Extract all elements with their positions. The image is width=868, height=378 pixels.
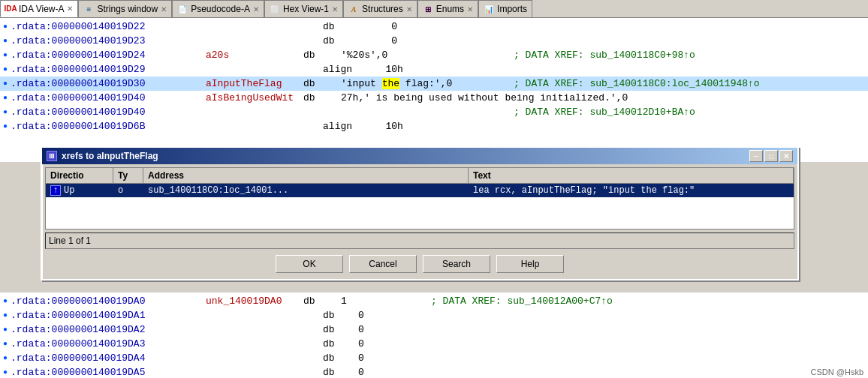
imports-tab-icon: 📊 [484, 4, 494, 14]
dot-b2: ● [3, 308, 8, 322]
dot-b3: ● [3, 322, 8, 337]
ida-line-8[interactable]: ● .rdata:0000000140019D6B align 10h [0, 119, 868, 134]
comment-5: ; DATA XREF: sub_1400118C0:loc_140011948… [514, 76, 760, 91]
tab-structures[interactable]: A Structures ✕ [343, 0, 417, 17]
instr-b3: db 0 [206, 322, 416, 337]
dot-b1: ● [3, 294, 8, 308]
addr-6: .rdata:0000000140019D40 [11, 91, 206, 105]
instr-8: align 10h [206, 119, 416, 134]
xrefs-dialog: ⊞ xrefs to aInputTheFlag ─ □ ✕ Directio … [41, 146, 799, 280]
instr-b4: db 0 [206, 337, 416, 351]
op-5: 'input the flag:',0 [341, 76, 514, 91]
tab-ida-view-a[interactable]: IDA IDA View-A ✕ [0, 0, 78, 17]
ida-line-7[interactable]: ● .rdata:0000000140019D40 ; DATA XREF: s… [0, 105, 868, 119]
ida-line-2[interactable]: ● .rdata:0000000140019D23 db 0 [0, 34, 868, 48]
tab-strings-window[interactable]: ≡ Strings window ✕ [78, 0, 172, 17]
dot-b5: ● [3, 351, 8, 365]
ida-line-6[interactable]: ● .rdata:0000000140019D40 aIsBeingUsedWi… [0, 91, 868, 105]
row-icon-box: ↑ [50, 185, 61, 196]
kw-b1: db [303, 294, 341, 308]
close-button[interactable]: ✕ [779, 150, 793, 162]
addr-b6: .rdata:0000000140019DA5 [11, 365, 206, 378]
instr-7 [206, 105, 514, 119]
maximize-button[interactable]: □ [764, 150, 778, 162]
comment-b1: ; DATA XREF: sub_140012A00+C7↑o [431, 294, 613, 308]
ida-line-5[interactable]: ● .rdata:0000000140019D30 aInputTheFlag … [0, 76, 868, 91]
addr-5: .rdata:0000000140019D30 [11, 76, 206, 91]
pseudo-tab-icon: 📄 [177, 4, 188, 14]
direction-label: Up [64, 185, 74, 196]
hex-tab-icon: ⬜ [270, 4, 280, 14]
tab-ida-close[interactable]: ✕ [67, 4, 73, 13]
kw-6: db [303, 91, 341, 105]
strings-tab-icon: ≡ [83, 4, 94, 14]
tab-enums-close[interactable]: ✕ [467, 5, 473, 14]
dot-6: ● [3, 91, 8, 105]
status-text: Line 1 of 1 [49, 236, 91, 246]
tab-hex-close[interactable]: ✕ [332, 5, 338, 14]
addr-b2: .rdata:0000000140019DA1 [11, 308, 206, 322]
label-5: aInputTheFlag [206, 76, 303, 91]
help-button[interactable]: Help [496, 255, 564, 273]
addr-3: .rdata:0000000140019D24 [11, 48, 206, 62]
col-address: Address [143, 168, 469, 183]
dot-5: ● [3, 76, 8, 91]
tab-hex-view-1[interactable]: ⬜ Hex View-1 ✕ [264, 0, 343, 17]
addr-8: .rdata:0000000140019D6B [11, 119, 206, 134]
table-header: Directio Ty Address Text [46, 168, 794, 184]
ida-bottom-line-6[interactable]: ● .rdata:0000000140019DA5 db 0 [0, 365, 868, 378]
label-6: aIsBeingUsedWit [206, 91, 303, 105]
struct-tab-icon: A [348, 4, 359, 14]
dialog-titlebar[interactable]: ⊞ xrefs to aInputTheFlag ─ □ ✕ [42, 148, 797, 164]
instr-b6: db 0 [206, 365, 416, 378]
row-type: o [113, 184, 143, 197]
op-3: '%20s',0 [341, 48, 514, 62]
table-body: ↑ Up o sub_1400118C0:loc_14001... lea rc… [46, 184, 794, 229]
watermark: CSDN @Hskb [811, 368, 863, 376]
dialog-window-controls: ─ □ ✕ [749, 150, 793, 162]
ida-bottom-line-2[interactable]: ● .rdata:0000000140019DA1 db 0 [0, 308, 868, 322]
addr-2: .rdata:0000000140019D23 [11, 34, 206, 48]
dialog-title-left: ⊞ xrefs to aInputTheFlag [47, 151, 158, 161]
row-address: sub_1400118C0:loc_14001... [143, 184, 469, 197]
ida-bottom-line-4[interactable]: ● .rdata:0000000140019DA3 db 0 [0, 337, 868, 351]
comment-3: ; DATA XREF: sub_1400118C0+98↑o [514, 48, 695, 62]
tab-struct-close[interactable]: ✕ [406, 5, 412, 14]
ida-bottom-line-5[interactable]: ● .rdata:0000000140019DA4 db 0 [0, 351, 868, 365]
ida-bottom-line-3[interactable]: ● .rdata:0000000140019DA2 db 0 [0, 322, 868, 337]
ida-main-view: ● .rdata:0000000140019D22 db 0 ● .rdata:… [0, 18, 868, 162]
dot-8: ● [3, 119, 8, 134]
tab-bar: IDA IDA View-A ✕ ≡ Strings window ✕ 📄 Ps… [0, 0, 868, 18]
dot-2: ● [3, 34, 8, 48]
table-row[interactable]: ↑ Up o sub_1400118C0:loc_14001... lea rc… [46, 184, 794, 197]
tab-enums[interactable]: ⊞ Enums ✕ [417, 0, 478, 17]
addr-b5: .rdata:0000000140019DA4 [11, 351, 206, 365]
dot-b6: ● [3, 365, 8, 378]
ida-line-1[interactable]: ● .rdata:0000000140019D22 db 0 [0, 20, 868, 34]
tab-pseudocode-label: Pseudocode-A [191, 4, 250, 14]
tab-hex-label: Hex View-1 [283, 4, 329, 14]
kw-5: db [303, 76, 341, 91]
ok-button[interactable]: OK [276, 255, 343, 273]
addr-4: .rdata:0000000140019D29 [11, 62, 206, 76]
addr-b1: .rdata:0000000140019DA0 [11, 294, 206, 308]
col-text: Text [469, 168, 794, 183]
ida-line-4[interactable]: ● .rdata:0000000140019D29 align 10h [0, 62, 868, 76]
instr-1: db 0 [206, 20, 416, 34]
search-button[interactable]: Search [423, 255, 490, 273]
instr-4: align 10h [206, 62, 416, 76]
dialog-status: Line 1 of 1 [45, 232, 794, 249]
cancel-button[interactable]: Cancel [349, 255, 417, 273]
tab-pseudo-close[interactable]: ✕ [253, 5, 259, 14]
comment-7: ; DATA XREF: sub_140012D10+BA↑o [514, 105, 695, 119]
ida-bottom-line-1[interactable]: ● .rdata:0000000140019DA0 unk_140019DA0 … [0, 294, 868, 308]
tab-imports[interactable]: 📊 Imports [478, 0, 532, 17]
row-text: lea rcx, aInputTheFlag; "input the flag:… [469, 184, 794, 197]
ida-line-3[interactable]: ● .rdata:0000000140019D24 a20s db '%20s'… [0, 48, 868, 62]
instr-b5: db 0 [206, 351, 416, 365]
tab-strings-close[interactable]: ✕ [161, 5, 167, 14]
tab-pseudocode-a[interactable]: 📄 Pseudocode-A ✕ [172, 0, 264, 17]
minimize-button[interactable]: ─ [749, 150, 763, 162]
kw-3: db [303, 48, 341, 62]
ida-tab-icon: IDA [5, 4, 16, 14]
